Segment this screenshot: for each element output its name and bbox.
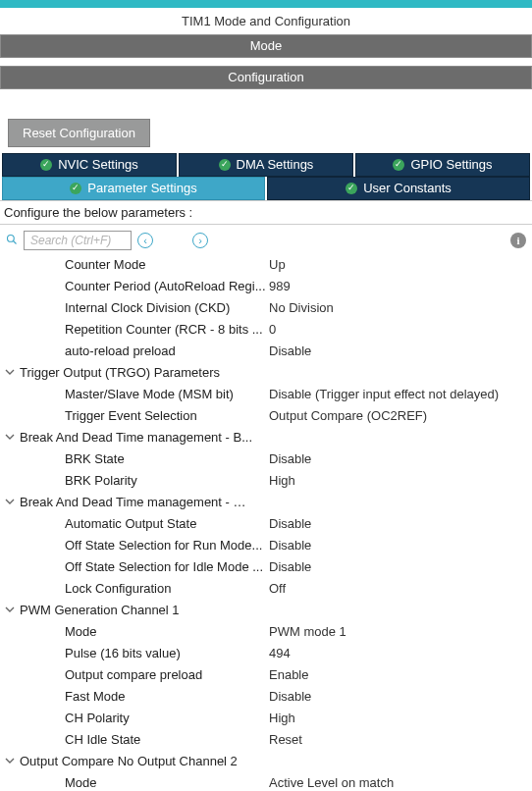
tab-parameter-settings[interactable]: ✓ Parameter Settings	[2, 177, 265, 200]
configure-hint: Configure the below parameters :	[0, 200, 532, 225]
check-icon: ✓	[70, 183, 81, 194]
param-label: CH Polarity	[0, 710, 269, 727]
tab-gpio-settings[interactable]: ✓ GPIO Settings	[355, 153, 530, 177]
check-icon: ✓	[393, 159, 404, 171]
param-value[interactable]: High	[269, 472, 532, 490]
param-value[interactable]: No Division	[269, 299, 532, 317]
group-header[interactable]: Break And Dead Time management - Ou...	[0, 492, 532, 513]
param-label: Lock Configuration	[0, 580, 269, 598]
param-value[interactable]: Output Compare (OC2REF)	[269, 407, 532, 425]
param-row[interactable]: BRK StateDisable	[0, 448, 532, 470]
parameter-list: Counter ModeUpCounter Period (AutoReload…	[0, 254, 532, 791]
param-value[interactable]: Disable	[269, 688, 532, 706]
param-label: Mode	[0, 623, 269, 641]
param-label: Off State Selection for Run Mode...	[0, 537, 269, 554]
param-label: Output compare preload	[0, 666, 269, 684]
next-match-button[interactable]: ›	[192, 233, 208, 248]
param-value[interactable]: Disable	[269, 450, 532, 468]
param-row[interactable]: CH Idle StateReset	[0, 729, 532, 751]
tab-dma-settings[interactable]: ✓ DMA Settings	[179, 153, 353, 177]
param-value[interactable]: High	[269, 710, 532, 727]
check-icon: ✓	[40, 159, 52, 171]
param-row[interactable]: Output compare preloadEnable	[0, 664, 532, 686]
param-row[interactable]: Off State Selection for Idle Mode ...Dis…	[0, 556, 532, 578]
param-label: Automatic Output State	[0, 515, 269, 533]
param-row[interactable]: Counter ModeUp	[0, 254, 532, 276]
param-row[interactable]: Fast ModeDisable	[0, 686, 532, 708]
group-title: Output Compare No Output Channel 2	[20, 753, 238, 770]
param-row[interactable]: Repetition Counter (RCR - 8 bits ...0	[0, 319, 532, 341]
svg-line-1	[14, 240, 17, 243]
param-value[interactable]: 0	[269, 321, 532, 339]
tab-label: User Constants	[363, 181, 452, 195]
param-row[interactable]: Counter Period (AutoReload Regi...989	[0, 276, 532, 297]
search-input[interactable]	[24, 231, 132, 250]
chevron-down-icon	[0, 753, 20, 770]
param-value[interactable]: Disable	[269, 343, 532, 360]
param-value[interactable]: 989	[269, 278, 532, 295]
param-row[interactable]: Master/Slave Mode (MSM bit)Disable (Trig…	[0, 384, 532, 405]
check-icon: ✓	[346, 183, 357, 194]
group-header[interactable]: Output Compare No Output Channel 2	[0, 751, 532, 772]
page-title: TIM1 Mode and Configuration	[0, 8, 532, 34]
param-label: Counter Mode	[0, 256, 269, 274]
param-label: Fast Mode	[0, 688, 269, 706]
group-title: Trigger Output (TRGO) Parameters	[20, 364, 220, 382]
param-label: Counter Period (AutoReload Regi...	[0, 278, 269, 295]
param-label: Pulse (16 bits value)	[0, 645, 269, 662]
param-row[interactable]: Automatic Output StateDisable	[0, 513, 532, 535]
param-value[interactable]: PWM mode 1	[269, 623, 532, 641]
param-label: CH Idle State	[0, 731, 269, 749]
group-header[interactable]: Break And Dead Time management - B...	[0, 427, 532, 448]
param-row[interactable]: Off State Selection for Run Mode...Disab…	[0, 535, 532, 556]
param-row[interactable]: BRK PolarityHigh	[0, 470, 532, 492]
reset-configuration-button[interactable]: Reset Configuration	[8, 119, 150, 147]
param-value[interactable]: Active Level on match	[269, 774, 532, 791]
param-value[interactable]: Off	[269, 580, 532, 598]
param-label: Mode	[0, 774, 269, 791]
param-value[interactable]: Enable	[269, 666, 532, 684]
param-value[interactable]: Disable (Trigger input effect not delaye…	[269, 386, 532, 403]
info-icon[interactable]: i	[510, 233, 526, 248]
tab-user-constants[interactable]: ✓ User Constants	[267, 177, 530, 200]
mode-section-header[interactable]: Mode	[0, 34, 532, 58]
chevron-down-icon	[0, 494, 20, 511]
tab-nvic-settings[interactable]: ✓ NVIC Settings	[2, 153, 177, 177]
param-label: Repetition Counter (RCR - 8 bits ...	[0, 321, 269, 339]
tab-label: GPIO Settings	[410, 157, 492, 172]
prev-match-button[interactable]: ‹	[137, 233, 153, 248]
param-label: BRK Polarity	[0, 472, 269, 490]
tab-label: Parameter Settings	[87, 181, 196, 195]
tab-label: DMA Settings	[237, 157, 314, 172]
param-row[interactable]: ModePWM mode 1	[0, 621, 532, 643]
param-label: Internal Clock Division (CKD)	[0, 299, 269, 317]
param-label: Off State Selection for Idle Mode ...	[0, 558, 269, 576]
search-icon	[6, 234, 18, 248]
tab-label: NVIC Settings	[58, 157, 138, 172]
param-row[interactable]: ModeActive Level on match	[0, 772, 532, 791]
param-label: auto-reload preload	[0, 343, 269, 360]
chevron-down-icon	[0, 429, 20, 447]
param-value[interactable]: Reset	[269, 731, 532, 749]
param-row[interactable]: Lock ConfigurationOff	[0, 578, 532, 600]
param-value[interactable]: Disable	[269, 537, 532, 554]
top-accent	[0, 0, 532, 8]
param-row[interactable]: auto-reload preloadDisable	[0, 341, 532, 362]
param-row[interactable]: Trigger Event SelectionOutput Compare (O…	[0, 405, 532, 427]
param-label: Trigger Event Selection	[0, 407, 269, 425]
param-label: Master/Slave Mode (MSM bit)	[0, 386, 269, 403]
param-row[interactable]: CH PolarityHigh	[0, 708, 532, 729]
svg-point-0	[8, 235, 15, 241]
chevron-down-icon	[0, 602, 20, 619]
param-row[interactable]: Pulse (16 bits value)494	[0, 643, 532, 664]
group-header[interactable]: Trigger Output (TRGO) Parameters	[0, 362, 532, 384]
chevron-down-icon	[0, 364, 20, 382]
group-header[interactable]: PWM Generation Channel 1	[0, 600, 532, 621]
param-row[interactable]: Internal Clock Division (CKD)No Division	[0, 297, 532, 319]
param-value[interactable]: 494	[269, 645, 532, 662]
param-value[interactable]: Disable	[269, 558, 532, 576]
param-value[interactable]: Up	[269, 256, 532, 274]
param-value[interactable]: Disable	[269, 515, 532, 533]
config-section-header[interactable]: Configuration	[0, 66, 532, 89]
check-icon: ✓	[219, 159, 231, 171]
